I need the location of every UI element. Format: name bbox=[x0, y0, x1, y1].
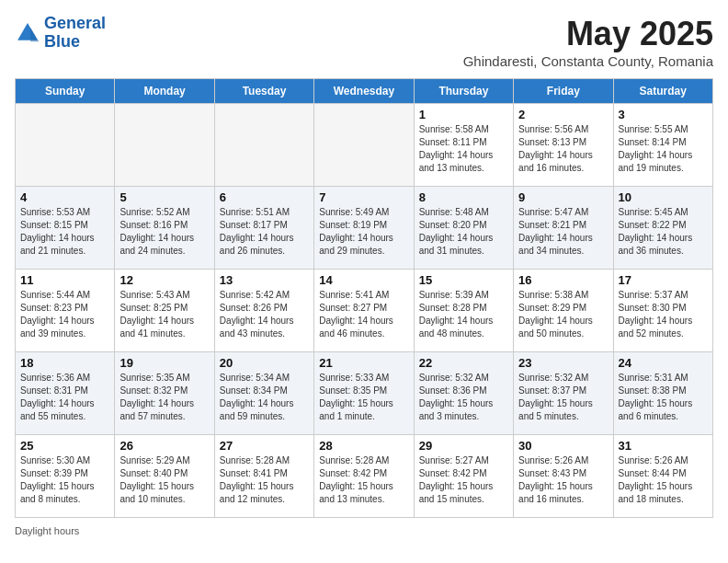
weekday-header: Sunday bbox=[16, 79, 115, 104]
calendar-cell: 25Sunrise: 5:30 AM Sunset: 8:39 PM Dayli… bbox=[16, 435, 115, 518]
day-info: Sunrise: 5:48 AM Sunset: 8:20 PM Dayligh… bbox=[419, 206, 508, 258]
calendar-cell: 3Sunrise: 5:55 AM Sunset: 8:14 PM Daylig… bbox=[613, 104, 712, 187]
day-info: Sunrise: 5:43 AM Sunset: 8:25 PM Dayligh… bbox=[119, 289, 209, 340]
calendar-cell: 17Sunrise: 5:37 AM Sunset: 8:30 PM Dayli… bbox=[613, 270, 712, 352]
day-info: Sunrise: 5:49 AM Sunset: 8:19 PM Dayligh… bbox=[319, 206, 408, 258]
title-block: May 2025 Ghindaresti, Constanta County, … bbox=[463, 15, 713, 69]
day-number: 18 bbox=[20, 356, 109, 370]
weekday-header: Tuesday bbox=[214, 79, 313, 104]
day-info: Sunrise: 5:39 AM Sunset: 8:28 PM Dayligh… bbox=[419, 289, 508, 340]
svg-marker-1 bbox=[30, 28, 39, 42]
day-number: 6 bbox=[220, 190, 309, 204]
calendar-cell: 10Sunrise: 5:45 AM Sunset: 8:22 PM Dayli… bbox=[613, 187, 712, 270]
day-number: 13 bbox=[220, 273, 309, 287]
day-number: 1 bbox=[419, 108, 508, 121]
calendar-cell: 29Sunrise: 5:27 AM Sunset: 8:42 PM Dayli… bbox=[414, 435, 513, 518]
calendar-cell: 14Sunrise: 5:41 AM Sunset: 8:27 PM Dayli… bbox=[314, 270, 414, 352]
day-number: 20 bbox=[220, 356, 309, 370]
day-number: 28 bbox=[319, 439, 408, 453]
day-info: Sunrise: 5:28 AM Sunset: 8:41 PM Dayligh… bbox=[220, 454, 309, 506]
location-title: Ghindaresti, Constanta County, Romania bbox=[463, 53, 713, 69]
day-info: Sunrise: 5:38 AM Sunset: 8:29 PM Dayligh… bbox=[518, 289, 608, 340]
day-number: 26 bbox=[119, 439, 209, 453]
day-number: 15 bbox=[419, 273, 508, 287]
day-info: Sunrise: 5:28 AM Sunset: 8:42 PM Dayligh… bbox=[319, 454, 408, 506]
day-info: Sunrise: 5:33 AM Sunset: 8:35 PM Dayligh… bbox=[319, 372, 408, 423]
day-number: 17 bbox=[619, 273, 708, 287]
weekday-header: Wednesday bbox=[314, 79, 414, 104]
day-number: 4 bbox=[20, 190, 109, 204]
weekday-header: Thursday bbox=[414, 79, 513, 104]
day-info: Sunrise: 5:27 AM Sunset: 8:42 PM Dayligh… bbox=[419, 454, 508, 506]
day-info: Sunrise: 5:34 AM Sunset: 8:34 PM Dayligh… bbox=[220, 372, 309, 423]
day-number: 31 bbox=[619, 439, 708, 453]
day-info: Sunrise: 5:30 AM Sunset: 8:39 PM Dayligh… bbox=[20, 454, 109, 506]
day-info: Sunrise: 5:53 AM Sunset: 8:15 PM Dayligh… bbox=[20, 206, 109, 258]
day-number: 22 bbox=[419, 356, 508, 370]
day-info: Sunrise: 5:35 AM Sunset: 8:32 PM Dayligh… bbox=[119, 372, 209, 423]
day-number: 14 bbox=[319, 273, 408, 287]
day-info: Sunrise: 5:31 AM Sunset: 8:38 PM Dayligh… bbox=[619, 372, 708, 423]
calendar-cell: 5Sunrise: 5:52 AM Sunset: 8:16 PM Daylig… bbox=[115, 187, 214, 270]
calendar-cell: 6Sunrise: 5:51 AM Sunset: 8:17 PM Daylig… bbox=[214, 187, 313, 270]
weekday-header: Friday bbox=[514, 79, 613, 104]
calendar-cell: 13Sunrise: 5:42 AM Sunset: 8:26 PM Dayli… bbox=[214, 270, 313, 352]
day-info: Sunrise: 5:29 AM Sunset: 8:40 PM Dayligh… bbox=[119, 454, 209, 506]
calendar-table: SundayMondayTuesdayWednesdayThursdayFrid… bbox=[15, 78, 713, 518]
day-number: 23 bbox=[518, 356, 608, 370]
day-number: 29 bbox=[419, 439, 508, 453]
calendar-cell: 1Sunrise: 5:58 AM Sunset: 8:11 PM Daylig… bbox=[414, 104, 513, 187]
day-number: 10 bbox=[619, 190, 708, 204]
day-info: Sunrise: 5:56 AM Sunset: 8:13 PM Dayligh… bbox=[518, 123, 608, 175]
month-title: May 2025 bbox=[463, 15, 713, 53]
calendar-cell: 26Sunrise: 5:29 AM Sunset: 8:40 PM Dayli… bbox=[115, 435, 214, 518]
weekday-header: Saturday bbox=[613, 79, 712, 104]
logo: General Blue bbox=[15, 15, 106, 52]
day-number: 5 bbox=[119, 190, 209, 204]
day-number: 12 bbox=[119, 273, 209, 287]
day-info: Sunrise: 5:36 AM Sunset: 8:31 PM Dayligh… bbox=[20, 372, 109, 423]
day-number: 27 bbox=[220, 439, 309, 453]
calendar-cell: 9Sunrise: 5:47 AM Sunset: 8:21 PM Daylig… bbox=[514, 187, 613, 270]
calendar-cell: 12Sunrise: 5:43 AM Sunset: 8:25 PM Dayli… bbox=[115, 270, 214, 352]
calendar-cell: 16Sunrise: 5:38 AM Sunset: 8:29 PM Dayli… bbox=[514, 270, 613, 352]
day-info: Sunrise: 5:44 AM Sunset: 8:23 PM Dayligh… bbox=[20, 289, 109, 340]
calendar-cell: 30Sunrise: 5:26 AM Sunset: 8:43 PM Dayli… bbox=[514, 435, 613, 518]
day-number: 7 bbox=[319, 190, 408, 204]
calendar-cell bbox=[16, 104, 115, 187]
day-info: Sunrise: 5:52 AM Sunset: 8:16 PM Dayligh… bbox=[119, 206, 209, 258]
calendar-cell: 23Sunrise: 5:32 AM Sunset: 8:37 PM Dayli… bbox=[514, 352, 613, 435]
day-info: Sunrise: 5:47 AM Sunset: 8:21 PM Dayligh… bbox=[518, 206, 608, 258]
calendar-cell: 28Sunrise: 5:28 AM Sunset: 8:42 PM Dayli… bbox=[314, 435, 414, 518]
calendar-cell: 22Sunrise: 5:32 AM Sunset: 8:36 PM Dayli… bbox=[414, 352, 513, 435]
day-info: Sunrise: 5:45 AM Sunset: 8:22 PM Dayligh… bbox=[619, 206, 708, 258]
calendar-cell bbox=[115, 104, 214, 187]
day-number: 2 bbox=[518, 108, 608, 121]
footer-daylight: Daylight hours bbox=[15, 525, 713, 536]
day-info: Sunrise: 5:32 AM Sunset: 8:36 PM Dayligh… bbox=[419, 372, 508, 423]
calendar-cell: 4Sunrise: 5:53 AM Sunset: 8:15 PM Daylig… bbox=[16, 187, 115, 270]
day-number: 25 bbox=[20, 439, 109, 453]
day-number: 19 bbox=[119, 356, 209, 370]
day-number: 30 bbox=[518, 439, 608, 453]
calendar-cell: 19Sunrise: 5:35 AM Sunset: 8:32 PM Dayli… bbox=[115, 352, 214, 435]
day-number: 24 bbox=[619, 356, 708, 370]
day-info: Sunrise: 5:42 AM Sunset: 8:26 PM Dayligh… bbox=[220, 289, 309, 340]
day-info: Sunrise: 5:55 AM Sunset: 8:14 PM Dayligh… bbox=[619, 123, 708, 175]
calendar-cell: 11Sunrise: 5:44 AM Sunset: 8:23 PM Dayli… bbox=[16, 270, 115, 352]
calendar-cell bbox=[314, 104, 414, 187]
day-info: Sunrise: 5:41 AM Sunset: 8:27 PM Dayligh… bbox=[319, 289, 408, 340]
day-number: 3 bbox=[619, 108, 708, 121]
calendar-cell: 20Sunrise: 5:34 AM Sunset: 8:34 PM Dayli… bbox=[214, 352, 313, 435]
day-info: Sunrise: 5:58 AM Sunset: 8:11 PM Dayligh… bbox=[419, 123, 508, 175]
page-header: General Blue May 2025 Ghindaresti, Const… bbox=[15, 15, 713, 69]
calendar-cell: 24Sunrise: 5:31 AM Sunset: 8:38 PM Dayli… bbox=[613, 352, 712, 435]
day-number: 9 bbox=[518, 190, 608, 204]
calendar-cell: 27Sunrise: 5:28 AM Sunset: 8:41 PM Dayli… bbox=[214, 435, 313, 518]
logo-icon bbox=[15, 20, 40, 46]
day-info: Sunrise: 5:26 AM Sunset: 8:43 PM Dayligh… bbox=[518, 454, 608, 506]
day-number: 8 bbox=[419, 190, 508, 204]
calendar-cell: 7Sunrise: 5:49 AM Sunset: 8:19 PM Daylig… bbox=[314, 187, 414, 270]
calendar-cell: 8Sunrise: 5:48 AM Sunset: 8:20 PM Daylig… bbox=[414, 187, 513, 270]
weekday-header: Monday bbox=[115, 79, 214, 104]
